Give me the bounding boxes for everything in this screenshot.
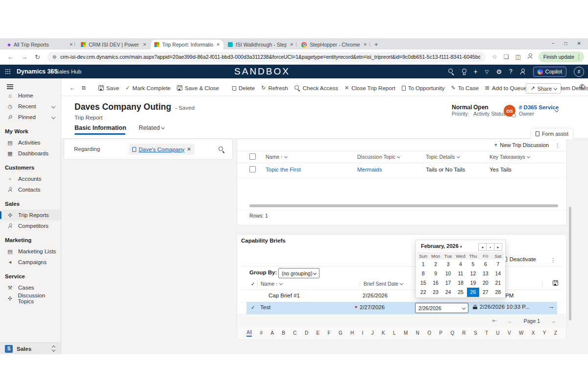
back-icon[interactable]: ← (7, 53, 14, 61)
new-tab-button[interactable]: + (374, 41, 378, 48)
alphabet-filter[interactable]: W (519, 330, 523, 336)
lightbulb-icon[interactable] (462, 69, 466, 74)
calendar-day[interactable]: 15 (417, 278, 429, 288)
forward-icon[interactable]: → (21, 53, 27, 61)
cell-name[interactable]: Test (260, 304, 270, 310)
tab-close-icon[interactable]: ✕ (290, 42, 294, 47)
select-all-checkbox[interactable] (249, 153, 256, 160)
sidebar-item-recent[interactable]: ◷ Recent (0, 101, 61, 112)
sidebar-item-marketing-lists[interactable]: ▤ Marketing Lists (0, 246, 61, 257)
calendar-day[interactable]: 23 (429, 288, 441, 297)
calendar-day[interactable]: 11 (454, 269, 466, 278)
alphabet-filter[interactable]: K (382, 330, 385, 336)
area-switcher-chevrons-icon[interactable] (52, 346, 55, 351)
tab-related[interactable]: Related (139, 124, 164, 131)
previous-month-icon[interactable]: ◂ (479, 244, 486, 250)
new-trip-discussion-button[interactable]: + New Trip Discussion (494, 142, 549, 148)
sidebar-item-cases[interactable]: ⚒ Cases (0, 282, 61, 293)
help-icon[interactable]: ? (509, 68, 513, 75)
profile-icon[interactable] (527, 53, 533, 61)
finish-update-button[interactable]: Finish update ⋮ (539, 51, 584, 62)
sidebar-item-accounts[interactable]: ▫ Accounts (0, 173, 61, 184)
calendar-day[interactable]: 7 (492, 260, 504, 269)
alphabet-filter[interactable]: B (282, 330, 285, 336)
sidebar-item-campaigns[interactable]: ◄ Campaigns (0, 257, 61, 268)
chevron-down-icon[interactable] (51, 104, 55, 108)
next-page-icon[interactable]: → (551, 318, 556, 324)
sidebar-item-activities[interactable]: ▤ Activities (0, 137, 61, 148)
deactivate-button[interactable]: Deactivate (503, 256, 536, 262)
column-header-brief-sent-date[interactable]: Brief Sent Date (364, 281, 403, 287)
browser-tab[interactable]: ◆ All Trip Reports ✕ (4, 40, 76, 49)
alphabet-filter[interactable]: V (508, 330, 511, 336)
today-icon[interactable]: • (486, 244, 494, 250)
tab-basic-information[interactable]: Basic Information (74, 124, 126, 131)
alphabet-filter[interactable]: Y (543, 330, 546, 336)
alphabet-filter[interactable]: P (439, 330, 442, 336)
vertical-scrollbar[interactable] (569, 207, 571, 320)
bookmark-star-icon[interactable]: ☆ (492, 53, 497, 60)
tab-close-icon[interactable]: ✕ (69, 42, 73, 47)
alphabet-filter[interactable]: L (393, 330, 396, 336)
to-opportunity-button[interactable]: To Opportunity (402, 85, 445, 91)
alphabet-filter[interactable]: M (404, 330, 408, 336)
save-layout-icon[interactable] (553, 280, 558, 286)
tab-close-icon[interactable]: ✕ (363, 42, 367, 47)
column-header-key-takeaways[interactable]: Key Takeaways (490, 154, 530, 160)
calendar-day[interactable]: 26 (467, 288, 479, 297)
alphabet-filter[interactable]: O (427, 330, 431, 336)
calendar-day[interactable]: 10 (442, 269, 454, 278)
header-check-icon[interactable]: ✓ (251, 281, 255, 287)
calendar-day[interactable]: 17 (442, 278, 454, 288)
alphabet-filter[interactable]: H (350, 330, 354, 336)
sidebar-item-pinned[interactable]: ⚲ Pinned (0, 112, 61, 122)
alphabet-filter[interactable]: All (246, 330, 252, 337)
sidebar-item-dashboards[interactable]: ▦ Dashboards (0, 148, 61, 159)
sidebar-item-trip-reports[interactable]: ✣ Trip Reports (0, 210, 61, 220)
add-to-queue-button[interactable]: ⊞Add to Queue (485, 85, 527, 91)
alphabet-filter[interactable]: I (362, 330, 364, 336)
owner-field[interactable]: # D365 Service Owner (519, 104, 559, 117)
alphabet-filter[interactable]: Z (554, 330, 557, 336)
group-by-select[interactable]: (no grouping) (278, 268, 319, 278)
calendar-day[interactable]: 19 (467, 278, 479, 288)
browser-tab[interactable]: StepHopper - Chrome Web Sto ✕ (298, 40, 370, 49)
alphabet-filter[interactable]: X (532, 330, 535, 336)
alphabet-filter[interactable]: G (339, 330, 343, 336)
user-avatar[interactable]: # (574, 67, 584, 77)
column-header-name[interactable]: Name↑ (266, 154, 287, 160)
first-page-icon[interactable]: ⇤ (492, 318, 497, 324)
to-case-button[interactable]: ✎To Case (451, 85, 478, 91)
save-button[interactable]: Save (98, 85, 119, 91)
row-checkbox[interactable] (249, 166, 256, 172)
previous-page-icon[interactable]: ← (508, 318, 513, 324)
address-bar[interactable]: ⚙ crm-isi-dev.crm.dynamics.com/main.aspx… (47, 52, 486, 62)
tab-close-icon[interactable]: ✕ (216, 42, 220, 47)
alphabet-filter[interactable]: C (293, 330, 296, 336)
horizontal-scrollbar[interactable] (249, 204, 558, 207)
more-icon[interactable]: ⋮ (576, 54, 582, 60)
grid-more-icon[interactable]: ⋮ (555, 143, 560, 149)
alphabet-filter[interactable]: E (316, 330, 319, 336)
calendar-day[interactable]: 3 (442, 260, 454, 269)
copilot-button[interactable]: Copilot (533, 67, 566, 77)
delete-button[interactable]: Delete (232, 85, 255, 91)
calendar-day[interactable]: 8 (417, 269, 429, 278)
column-header-topic-details[interactable]: Topic Details (426, 154, 460, 160)
calendar-day[interactable]: 28 (492, 288, 504, 297)
calendar-day[interactable]: 22 (417, 288, 429, 297)
app-name-label[interactable]: Sales Hub (55, 69, 81, 74)
calendar-day[interactable]: 12 (467, 269, 479, 278)
calendar-day[interactable]: 14 (492, 269, 504, 278)
calendar-day[interactable]: 1 (417, 260, 429, 269)
alphabet-filter[interactable]: S (474, 330, 477, 336)
site-settings-icon[interactable]: ⚙ (52, 54, 57, 60)
alphabet-filter[interactable]: # (260, 330, 263, 336)
share-button[interactable]: ↗ Share (526, 83, 561, 94)
form-assist-button[interactable]: Form assist (531, 128, 573, 139)
row-selected-check-icon[interactable]: ✓ (251, 304, 255, 310)
calendar-day[interactable]: 13 (479, 269, 491, 278)
alphabet-filter[interactable]: Q (450, 330, 454, 336)
app-launcher-icon[interactable] (5, 69, 10, 74)
window-maximize-icon[interactable]: □ (564, 41, 567, 46)
